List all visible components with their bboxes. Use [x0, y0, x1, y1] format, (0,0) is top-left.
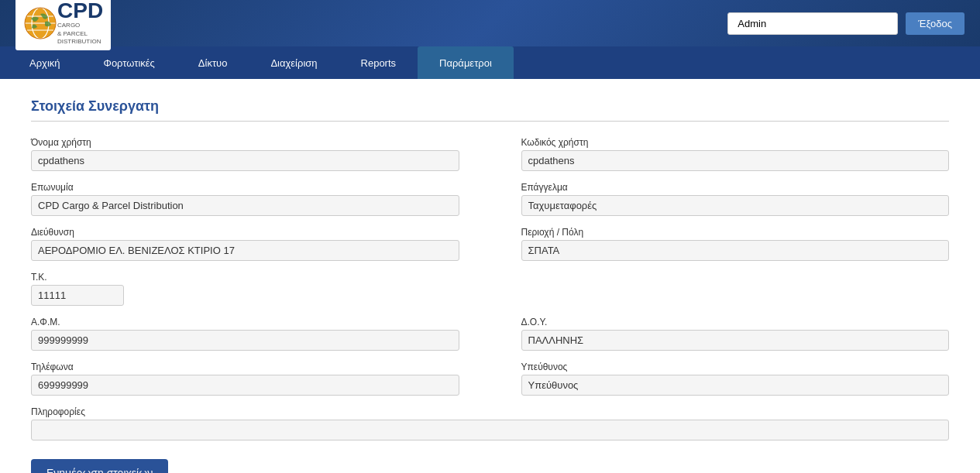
- update-button[interactable]: Ενημέρωση στοιχείων: [31, 459, 168, 473]
- admin-input[interactable]: [727, 12, 898, 35]
- username-label: Όνομα χρήστη: [31, 137, 459, 148]
- header-right: Έξοδος: [727, 12, 965, 35]
- afm-input[interactable]: [31, 330, 459, 351]
- epaggelma-input[interactable]: [521, 195, 950, 216]
- logo-subtitle: CARGO & PARCEL DISTRIBUTION: [57, 22, 103, 46]
- username-group: Όνομα χρήστη: [31, 137, 459, 171]
- epaggelma-label: Επάγγελμα: [521, 182, 950, 193]
- logo: CPD CARGO & PARCEL DISTRIBUTION: [15, 0, 111, 50]
- afm-group: Α.Φ.Μ.: [31, 317, 459, 351]
- nav-item-diktyo[interactable]: Δίκτυο: [177, 46, 249, 79]
- doy-input[interactable]: [521, 330, 950, 351]
- nav-item-arxiki[interactable]: Αρχική: [8, 46, 82, 79]
- dieuthynsi-input[interactable]: [31, 240, 459, 261]
- user-code-label: Κωδικός χρήστη: [521, 137, 950, 148]
- tk-group: Τ.Κ.: [31, 272, 459, 306]
- nav-item-reports[interactable]: Reports: [339, 46, 418, 79]
- logo-text: CPD CARGO & PARCEL DISTRIBUTION: [57, 0, 103, 46]
- eponymia-label: Επωνυμία: [31, 182, 459, 193]
- ypeuthynos-group: Υπεύθυνος: [521, 362, 950, 396]
- doy-group: Δ.Ο.Υ.: [521, 317, 950, 351]
- nav-bar: Αρχική Φορτωτικές Δίκτυο Διαχείριση Repo…: [0, 46, 980, 79]
- eponymia-input[interactable]: [31, 195, 459, 216]
- tk-input[interactable]: [31, 285, 124, 306]
- nav-item-diaxeirisi[interactable]: Διαχείριση: [249, 46, 339, 79]
- periochi-group: Περιοχή / Πόλη: [521, 227, 950, 261]
- logout-button[interactable]: Έξοδος: [906, 12, 965, 35]
- nav-item-fortwtikes[interactable]: Φορτωτικές: [82, 46, 177, 79]
- main-content: Στοιχεία Συνεργατη Όνομα χρήστη Κωδικός …: [0, 79, 980, 473]
- eponymia-group: Επωνυμία: [31, 182, 459, 216]
- plirofoiries-label: Πληροφορίες: [31, 406, 949, 417]
- header: CPD CARGO & PARCEL DISTRIBUTION Έξοδος: [0, 0, 980, 46]
- form-grid: Όνομα χρήστη Κωδικός χρήστη Επωνυμία Επά…: [31, 137, 949, 451]
- doy-label: Δ.Ο.Υ.: [521, 317, 950, 327]
- section-title: Στοιχεία Συνεργατη: [31, 98, 949, 122]
- tilefono-input[interactable]: [31, 375, 459, 396]
- plirofoiries-group: Πληροφορίες: [31, 406, 949, 440]
- user-code-input[interactable]: [521, 150, 950, 171]
- epaggelma-group: Επάγγελμα: [521, 182, 950, 216]
- tilefono-group: Τηλέφωνα: [31, 362, 459, 396]
- nav-item-parametroi[interactable]: Παράμετροι: [418, 46, 514, 79]
- periochi-input[interactable]: [521, 240, 950, 261]
- plirofoiries-input[interactable]: [31, 420, 949, 440]
- tilefono-label: Τηλέφωνα: [31, 362, 459, 372]
- dieuthynsi-group: Διεύθυνση: [31, 227, 459, 261]
- globe-icon: [23, 6, 57, 40]
- dieuthynsi-label: Διεύθυνση: [31, 227, 459, 238]
- periochi-label: Περιοχή / Πόλη: [521, 227, 950, 238]
- user-code-group: Κωδικός χρήστη: [521, 137, 950, 171]
- ypeuthynos-label: Υπεύθυνος: [521, 362, 950, 372]
- tk-label: Τ.Κ.: [31, 272, 459, 283]
- tk-right-placeholder: [521, 272, 950, 306]
- afm-label: Α.Φ.Μ.: [31, 317, 459, 327]
- ypeuthynos-input[interactable]: [521, 375, 950, 396]
- logo-cpd-label: CPD: [57, 0, 103, 22]
- username-input[interactable]: [31, 150, 459, 171]
